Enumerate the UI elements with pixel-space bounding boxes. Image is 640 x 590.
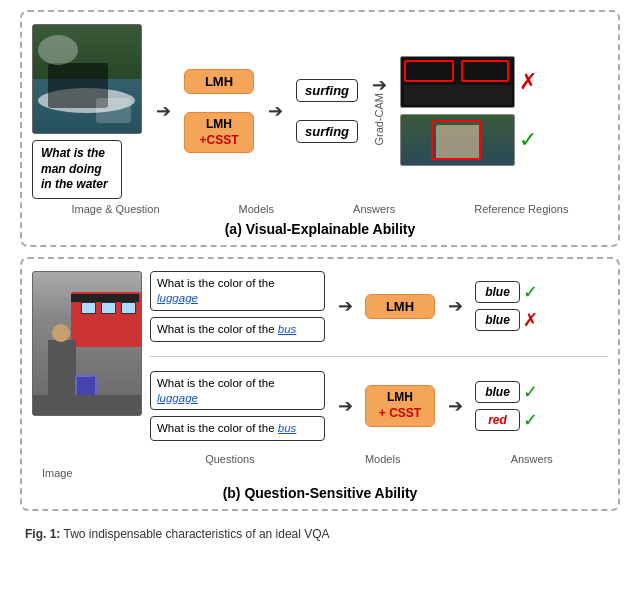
- col-label-b-answers: Answers: [511, 453, 553, 465]
- answers-csst-col: blue ✓ red ✓: [475, 381, 538, 431]
- result-icon-fail: ✗: [519, 69, 537, 95]
- result-item-2: ✓: [400, 114, 537, 166]
- res-csst-2: ✓: [523, 409, 538, 431]
- ans-csst-2: red: [475, 409, 520, 431]
- fig-caption: Fig. 1: Two indispensable characteristic…: [20, 525, 620, 543]
- arrow-to-gradcam: [364, 77, 394, 93]
- person-image: [32, 271, 142, 416]
- q2-csst-box: What is the color of the bus: [150, 416, 325, 441]
- b-group-csst: What is the color of the luggage What is…: [150, 371, 608, 442]
- q2-lmh-box: What is the color of the bus: [150, 317, 325, 342]
- answer2-a: surfing: [296, 120, 358, 143]
- section-a-inner: What is the man doing in the water LMH L…: [32, 24, 608, 199]
- q1-csst-link: luggage: [157, 392, 198, 404]
- answers-lmh-col: blue ✓ blue ✗: [475, 281, 538, 331]
- section-b: What is the color of the luggage What is…: [20, 257, 620, 512]
- result-item-1: ✗: [400, 56, 537, 108]
- questions-lmh: What is the color of the luggage What is…: [150, 271, 325, 342]
- section-a: What is the man doing in the water LMH L…: [20, 10, 620, 247]
- q2-lmh-link: bus: [278, 323, 297, 335]
- res-lmh-1: ✓: [523, 281, 538, 303]
- b-right: What is the color of the luggage What is…: [150, 271, 608, 466]
- gradcam-label: Grad-CAM: [373, 93, 385, 146]
- q2-csst-link: bus: [278, 422, 297, 434]
- q1-csst-box: What is the color of the luggage: [150, 371, 325, 411]
- ans-csst-1: blue: [475, 381, 520, 403]
- ans-lmh-1: blue: [475, 281, 520, 303]
- ans-lmh-2: blue: [475, 309, 520, 331]
- fig-caption-text: Two indispensable characteristics of an …: [63, 527, 329, 541]
- col-label-b-questions: Questions: [205, 453, 255, 465]
- ref-image-2: [400, 114, 515, 166]
- q1-lmh-link: luggage: [157, 292, 198, 304]
- arrow-csst-to-ans: [440, 398, 470, 414]
- col-label-img-q: Image & Question: [72, 203, 160, 215]
- models-column-a: LMH LMH +CSST: [184, 69, 254, 153]
- answers-column-a: surfing surfing: [296, 79, 358, 143]
- arrow-to-answers: [260, 103, 290, 119]
- arrow-lmh-to-ans: [440, 298, 470, 314]
- result-icon-pass: ✓: [519, 127, 537, 153]
- col-label-models: Models: [239, 203, 274, 215]
- col-label-b-image: Image: [32, 467, 608, 479]
- col-label-ref: Reference Regions: [474, 203, 568, 215]
- res-csst-1: ✓: [523, 381, 538, 403]
- q1-lmh-box: What is the color of the luggage: [150, 271, 325, 311]
- model-lmh-a: LMH: [184, 69, 254, 94]
- fig-caption-bold: Fig. 1:: [25, 527, 60, 541]
- surf-image: [32, 24, 142, 134]
- model-csst-b: LMH + CSST: [365, 385, 435, 426]
- questions-csst: What is the color of the luggage What is…: [150, 371, 325, 442]
- arrow-q-to-csst: [330, 398, 360, 414]
- col-label-b-models: Models: [365, 453, 400, 465]
- arrow-to-models: [148, 103, 178, 119]
- answer1-a: surfing: [296, 79, 358, 102]
- col-label-answers: Answers: [353, 203, 395, 215]
- question-box-a: What is the man doing in the water: [32, 140, 122, 199]
- res-lmh-2: ✗: [523, 309, 538, 331]
- col-labels-b: Questions Models Answers: [150, 453, 608, 465]
- b-group-lmh: What is the color of the luggage What is…: [150, 271, 608, 342]
- question-text-a: What is the man doing in the water: [41, 146, 113, 193]
- section-b-inner: What is the color of the luggage What is…: [32, 271, 608, 466]
- model-lmh-b: LMH: [365, 294, 435, 319]
- result-col-a: ✗ ✓: [400, 51, 537, 171]
- arrow-q-to-lmh: [330, 298, 360, 314]
- main-container: What is the man doing in the water LMH L…: [20, 10, 620, 543]
- section-b-label: (b) Question-Sensitive Ability: [32, 485, 608, 501]
- col-labels-a: Image & Question Models Answers Referenc…: [32, 203, 608, 215]
- section-a-label: (a) Visual-Explainable Ability: [32, 221, 608, 237]
- ref-image-1: [400, 56, 515, 108]
- model-lmh-csst-a: LMH +CSST: [184, 112, 254, 153]
- divider-b: [150, 356, 608, 357]
